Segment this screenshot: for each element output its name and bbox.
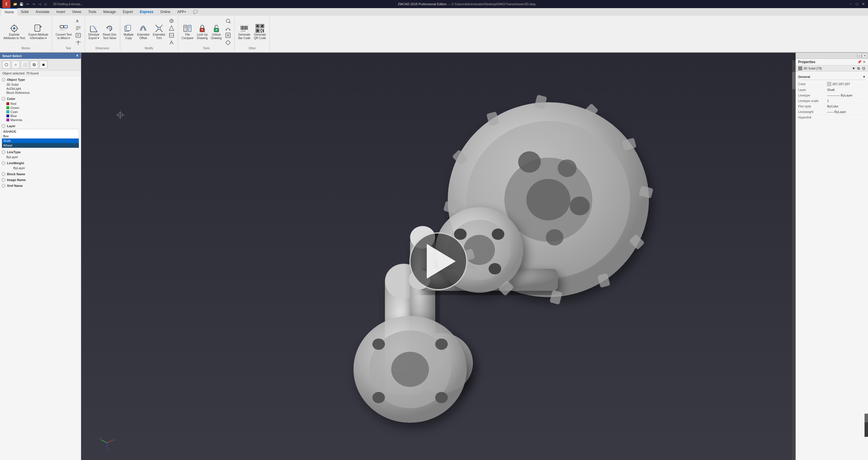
play-button[interactable] [409, 232, 467, 290]
tools-sm4[interactable] [224, 39, 232, 46]
qa-save[interactable]: 💾 [19, 1, 24, 7]
svg-rect-74 [244, 26, 245, 30]
text-sm-btn3[interactable] [74, 32, 82, 39]
object-type-acdblight[interactable]: AcDbLight [6, 87, 79, 91]
tools-sm2[interactable] [224, 25, 232, 32]
props-collapse-left-btn[interactable]: ◁◁ [857, 53, 862, 58]
color-red[interactable]: Red [6, 102, 79, 106]
tab-chat[interactable]: 💬 [190, 8, 201, 16]
viewport-vscrollbar[interactable] [792, 60, 796, 460]
vscroll-thumb[interactable] [792, 72, 796, 89]
tab-express[interactable]: Express [136, 8, 157, 16]
modify-sm3[interactable] [167, 32, 176, 39]
extended-offset-btn[interactable]: ExtendedOffset [136, 23, 150, 40]
window-minimize-btn[interactable]: − [848, 2, 853, 6]
qa-undo[interactable]: ↩ [25, 1, 30, 7]
multiple-copy-btn[interactable]: MultipleCopy [123, 23, 135, 40]
color-radio[interactable] [2, 97, 5, 100]
explode-attributes-btn[interactable]: ExplodeAttributes to Text [2, 23, 26, 40]
prop-lineweight-val[interactable]: —— ByLayer [827, 110, 866, 114]
modify-sm4[interactable] [167, 39, 176, 46]
layer-wheel[interactable]: Wheel [2, 143, 79, 148]
dimstyle-export-btn[interactable]: ↑ DimstyleExport ▾ [87, 23, 100, 40]
extended-trim-btn[interactable]: ExtendedTrim [152, 23, 166, 40]
svg-rect-85 [256, 30, 259, 32]
qa-back[interactable]: ◁ [37, 1, 42, 7]
props-general-expand[interactable]: ▼ [863, 75, 866, 79]
linetype-radio[interactable] [2, 150, 5, 154]
prop-color-val[interactable]: 207,207,207 [827, 82, 866, 86]
props-copy-btn[interactable]: ⧉ [857, 66, 861, 70]
tab-app[interactable]: APP+ [174, 8, 190, 16]
tab-online[interactable]: Online [157, 8, 174, 16]
layer-ashade[interactable]: ASHADE [2, 129, 79, 134]
text-sm-btn1[interactable]: A [74, 18, 82, 24]
properties-title: Properties [798, 60, 857, 64]
color-cyan[interactable]: Cyan [6, 110, 79, 114]
ss-tool-hex[interactable]: ⬡ [2, 61, 10, 69]
tab-manage[interactable]: Manage [100, 8, 119, 16]
text-sm-btn2[interactable] [74, 25, 82, 32]
xrefname-radio[interactable] [2, 184, 5, 187]
color-blue[interactable]: Blue [6, 114, 79, 118]
reset-dim-btn[interactable]: Reset DimText Value [102, 23, 118, 40]
ss-tool-copy[interactable]: ⧉ [30, 61, 38, 69]
linetype-bylayer[interactable]: ByLayer [6, 155, 79, 159]
props-filter-btn[interactable]: ⊡ [862, 66, 866, 70]
generate-qrcode-btn[interactable]: GenerateQR Code [253, 23, 267, 40]
modify-sm2[interactable] [167, 25, 176, 32]
tools-sm1[interactable] [224, 18, 232, 24]
cmd-vscroll-thumb[interactable] [865, 413, 868, 422]
prop-linescale-val[interactable]: 1 [827, 99, 866, 102]
ss-tool-rect[interactable]: ⬜ [21, 61, 29, 69]
properties-close-x-btn[interactable]: ✕ [863, 60, 866, 64]
object-type-blockref[interactable]: Block Reference [6, 91, 79, 95]
prop-linetype-val[interactable]: ———— ByLayer [827, 94, 866, 97]
object-type-radio[interactable] [2, 78, 5, 82]
lock-drawing-btn[interactable]: Lock UpDrawing [196, 23, 209, 40]
lineweight-radio[interactable] [2, 161, 5, 165]
smart-select-close-btn[interactable]: ✕ [76, 54, 79, 58]
object-type-3dsolid[interactable]: 3D Solid [6, 83, 79, 87]
props-close-btn[interactable]: ✕ [862, 53, 867, 58]
tools-sm3[interactable] [224, 32, 232, 39]
prop-layer-val[interactable]: Shaft [827, 88, 866, 92]
unlock-drawing-btn[interactable]: UnlockDrawing [210, 23, 223, 40]
color-green[interactable]: Green [6, 106, 79, 110]
tab-annotate[interactable]: Annotate [32, 8, 53, 16]
text-sm-btn4[interactable] [74, 39, 82, 46]
layer-list[interactable]: ASHADE Box Shaft Wheel [2, 129, 79, 148]
window-maximize-btn[interactable]: □ [855, 2, 859, 6]
imagename-radio[interactable] [2, 178, 5, 182]
cmd-vscrollbar[interactable] [865, 413, 868, 437]
smart-select-scroll[interactable]: Object Type 3D Solid AcDbLight Block Ref… [0, 76, 81, 460]
prop-plotstyle-val[interactable]: ByColor [827, 104, 866, 108]
viewport[interactable]: ◁ ▷ Transmission3D.dwg ✕ House Plan.dwg … [81, 53, 796, 460]
layer-shaft[interactable]: Shaft [2, 139, 79, 143]
tab-export[interactable]: Export [119, 8, 136, 16]
workspace-selector[interactable]: 2D Drafting & Annota... [51, 3, 85, 6]
generate-barcode-btn[interactable]: 12345 GenerateBar Code [237, 23, 251, 40]
modify-sm1[interactable] [167, 18, 176, 24]
tab-insert[interactable]: Insert [53, 8, 69, 16]
tab-home[interactable]: Home [1, 8, 18, 16]
export-attribute-btn[interactable]: Export AttributeInformation ▾ [27, 23, 49, 40]
color-marenta[interactable]: Marenta [6, 118, 79, 122]
layer-radio[interactable] [2, 124, 5, 128]
qa-forward[interactable]: ▷ [43, 1, 49, 7]
blockname-radio[interactable] [2, 172, 5, 176]
ss-tool-circle[interactable]: ○ [11, 61, 20, 69]
convert-text-btn[interactable]: Convert Textto Mtext ▾ [55, 23, 73, 40]
ss-tool-fill[interactable]: ■ [39, 61, 48, 69]
tab-solid[interactable]: Solid [18, 8, 32, 16]
properties-pin-btn[interactable]: 📌 [857, 60, 862, 64]
tab-tools[interactable]: Tools [85, 8, 100, 16]
props-expand-arrow[interactable]: ▼ [852, 67, 855, 70]
qa-redo[interactable]: ↪ [31, 1, 36, 7]
tab-views[interactable]: Views [69, 8, 85, 16]
qa-open[interactable]: 📂 [13, 1, 18, 7]
file-compare-btn[interactable]: FileCompare [181, 23, 195, 40]
properties-subtitle: 3D Solid [79] [803, 67, 851, 70]
window-close-btn[interactable]: ✕ [861, 2, 866, 6]
layer-box[interactable]: Box [2, 134, 79, 139]
